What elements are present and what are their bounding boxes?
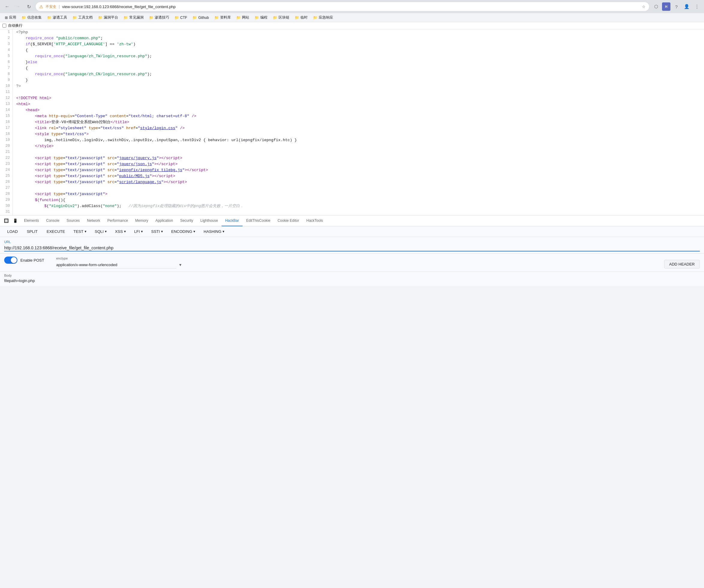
code-line: 21	[0, 149, 704, 155]
code-line: 11	[0, 89, 704, 95]
load-button[interactable]: LOAD	[4, 228, 21, 235]
line-number: 18	[0, 131, 13, 137]
dropdown-arrow-icon: ▼	[104, 230, 107, 233]
bookmark-resources[interactable]: 📁 资料库	[212, 14, 233, 21]
bookmark-label: CTF	[180, 16, 187, 20]
code-line: 2 require_once "public/common.php";	[0, 36, 704, 41]
line-content: if($_SERVER['HTTP_ACCEPT_LANGUAGE'] == '…	[16, 41, 704, 47]
line-number: 29	[0, 197, 13, 203]
line-content: <script type="text/javascript">	[16, 191, 704, 197]
code-line: 29 $(function(){	[0, 197, 704, 203]
code-line: 12<!DOCTYPE html>	[0, 95, 704, 101]
url-input[interactable]	[4, 245, 700, 251]
inspect-element-button[interactable]: 🔲	[2, 217, 10, 225]
bookmark-github[interactable]: 📁 Github	[190, 15, 211, 20]
encoding-dropdown[interactable]: ENCODING ▼	[168, 228, 199, 235]
line-number: 6	[0, 59, 13, 65]
nav-icons: ⬡ H ? 👤 ⋮	[652, 2, 701, 11]
folder-icon: 📁	[98, 16, 103, 20]
bookmark-common-vuln[interactable]: 📁 常见漏洞	[121, 14, 146, 21]
bookmark-label: 临时	[300, 15, 308, 20]
enctype-section: enctype ▼	[56, 257, 182, 268]
menu-button[interactable]: ⋮	[693, 2, 701, 11]
folder-icon: 📁	[72, 16, 77, 20]
tab-cookie-editor[interactable]: Cookie Editor	[274, 215, 303, 226]
hashing-dropdown[interactable]: HASHING ▼	[200, 228, 228, 235]
split-button[interactable]: SPLIT	[23, 228, 41, 235]
line-number: 20	[0, 143, 13, 149]
bookmark-programming[interactable]: 📁 编程	[252, 14, 270, 21]
bookmark-ctf[interactable]: 📁 CTF	[172, 15, 189, 20]
bookmark-temp[interactable]: 📁 临时	[292, 14, 310, 21]
bookmark-emergency[interactable]: 📁 应急响应	[311, 14, 336, 21]
address-bar[interactable]: ⚠ 不安全 | view-source:192.168.0.123:6868/r…	[36, 2, 649, 11]
enable-post-toggle[interactable]	[4, 257, 17, 264]
select-dropdown-icon[interactable]: ▼	[179, 263, 182, 267]
bookmark-blockchain[interactable]: 📁 区块链	[271, 14, 292, 21]
extensions-button[interactable]: ⬡	[652, 2, 660, 11]
tab-lighthouse[interactable]: Lighthouse	[197, 215, 222, 226]
separator: |	[59, 4, 60, 9]
code-line: 18 <style type="text/css">	[0, 131, 704, 137]
body-section: Body filepath=login.php	[0, 272, 704, 286]
back-button[interactable]: ←	[3, 2, 11, 11]
line-content: require_once("language/zh_CN/login_resou…	[16, 71, 704, 77]
bookmark-label: 应急响应	[319, 15, 333, 20]
line-number: 22	[0, 155, 13, 161]
code-line: 19 img,.hotlineDiv,.loginDiv,.switchDiv,…	[0, 137, 704, 143]
lfi-dropdown[interactable]: LFI ▼	[131, 228, 146, 235]
hackbar-ext-icon[interactable]: H	[662, 2, 670, 11]
code-line: 1<?php	[0, 29, 704, 36]
enctype-input[interactable]	[56, 261, 176, 268]
code-line: 26 <script type="text/javascript" src="s…	[0, 179, 704, 185]
line-content: <meta http-equiv="Content-Type" content=…	[16, 113, 704, 119]
tab-network[interactable]: Network	[83, 215, 104, 226]
autowrap-label: 自动换行	[8, 23, 22, 28]
line-content: }else	[16, 59, 704, 65]
sqli-dropdown[interactable]: SQLI ▼	[92, 228, 110, 235]
tab-security[interactable]: Security	[177, 215, 197, 226]
tab-editthiscookie[interactable]: EditThisCookie	[243, 215, 274, 226]
ssti-dropdown[interactable]: SSTI ▼	[148, 228, 166, 235]
tab-elements[interactable]: Elements	[20, 215, 43, 226]
tab-application[interactable]: Application	[152, 215, 177, 226]
execute-button[interactable]: EXECUTE	[43, 228, 69, 235]
line-content	[16, 149, 704, 155]
xss-dropdown[interactable]: XSS ▼	[112, 228, 129, 235]
reload-button[interactable]: ↻	[24, 2, 33, 11]
add-header-button[interactable]: ADD HEADER	[664, 260, 700, 268]
tab-hackbar[interactable]: HackBar	[222, 215, 243, 226]
line-number: 10	[0, 83, 13, 89]
test-dropdown[interactable]: TEST ▼	[70, 228, 90, 235]
help-button[interactable]: ?	[672, 2, 681, 11]
tab-hacktools[interactable]: HackTools	[303, 215, 327, 226]
tab-sources[interactable]: Sources	[63, 215, 83, 226]
bookmark-vuln-platform[interactable]: 📁 漏洞平台	[96, 14, 121, 21]
source-view[interactable]: 1<?php2 require_once "public/common.php"…	[0, 29, 704, 215]
bookmark-tool-docs[interactable]: 📁 工具文档	[70, 14, 95, 21]
line-number: 12	[0, 95, 13, 101]
code-line: 6 }else	[0, 59, 704, 65]
folder-icon: 📁	[313, 16, 317, 20]
bookmark-pentest-tips[interactable]: 📁 渗透技巧	[146, 14, 172, 21]
line-number: 28	[0, 191, 13, 197]
tab-console[interactable]: Console	[43, 215, 63, 226]
code-line: 25 <script type="text/javascript" src="p…	[0, 173, 704, 179]
tab-performance[interactable]: Performance	[104, 215, 132, 226]
autowrap-checkbox[interactable]	[2, 24, 6, 27]
tab-memory[interactable]: Memory	[132, 215, 152, 226]
bookmark-website[interactable]: 📁 网站	[234, 14, 251, 21]
code-line: 17 <link rel="stylesheet" type="text/css…	[0, 125, 704, 131]
profile-icon[interactable]: 👤	[683, 2, 691, 11]
bookmark-star-icon[interactable]: ☆	[642, 4, 646, 9]
line-number: 11	[0, 89, 13, 95]
devtools: 🔲 📱 ElementsConsoleSourcesNetworkPerform…	[0, 215, 704, 286]
bookmark-apps[interactable]: ⊞ 应用	[2, 14, 18, 21]
bookmark-label: 信息收集	[27, 15, 42, 20]
device-toggle-button[interactable]: 📱	[11, 217, 19, 225]
folder-icon: 📁	[175, 16, 179, 20]
bookmark-pentest-tools[interactable]: 📁 渗透工具	[45, 14, 69, 21]
forward-button[interactable]: →	[14, 2, 22, 11]
folder-icon: 📁	[214, 16, 219, 20]
bookmark-info[interactable]: 📁 信息收集	[19, 14, 44, 21]
